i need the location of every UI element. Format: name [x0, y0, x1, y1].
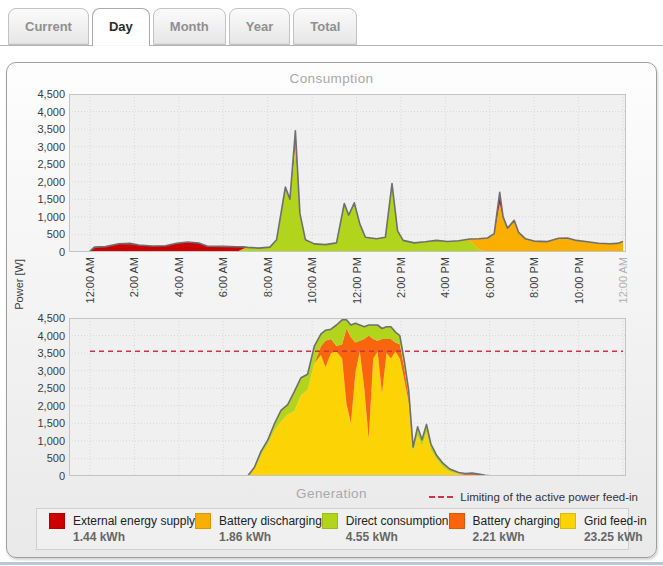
tab-month[interactable]: Month — [153, 8, 226, 45]
legend-item-value: 1.86 kWh — [219, 530, 322, 544]
consumption-title: Consumption — [7, 71, 656, 86]
legend-item-value: 23.25 kWh — [584, 530, 647, 544]
consumption-y-tick: 0 — [21, 246, 65, 258]
x-tick: 2:00 AM — [128, 257, 140, 347]
legend-item-name: Battery charging — [473, 514, 560, 528]
generation-y-tick: 2,000 — [21, 400, 65, 412]
x-tick: 6:00 AM — [217, 257, 229, 347]
consumption-y-tick: 1,000 — [21, 211, 65, 223]
legend-item-value: 2.21 kWh — [473, 530, 560, 544]
legend: External energy supply1.44 kWhBattery di… — [36, 508, 629, 550]
legend-item: Battery charging2.21 kWh — [449, 513, 560, 544]
legend-item: Battery discharging1.86 kWh — [195, 513, 322, 544]
legend-item-name: Grid feed-in — [584, 514, 647, 528]
x-tick: 6:00 PM — [484, 257, 496, 347]
generation-y-tick: 4,500 — [21, 312, 65, 324]
x-tick: 10:00 PM — [573, 257, 585, 347]
x-tick: 2:00 PM — [395, 257, 407, 347]
x-tick: 4:00 AM — [173, 257, 185, 347]
legend-item-value: 1.44 kWh — [73, 530, 195, 544]
x-tick: 4:00 PM — [439, 257, 451, 347]
generation-y-tick: 4,000 — [21, 330, 65, 342]
legend-item: External energy supply1.44 kWh — [49, 513, 195, 544]
consumption-y-tick: 500 — [21, 228, 65, 240]
generation-y-tick: 1,000 — [21, 435, 65, 447]
legend-item-name: External energy supply — [73, 514, 195, 528]
legend-item: Direct consumption4.55 kWh — [322, 513, 449, 544]
x-tick: 12:00 PM — [351, 257, 363, 347]
generation-y-tick: 3,500 — [21, 347, 65, 359]
limit-line-label: Limiting of the active power feed-in — [460, 491, 638, 503]
consumption-y-tick: 2,500 — [21, 158, 65, 170]
battery-discharging-swatch-icon — [195, 513, 211, 529]
limit-dash-icon — [429, 496, 453, 498]
x-tick: 12:00 AM — [617, 257, 629, 347]
x-tick: 10:00 AM — [306, 257, 318, 347]
generation-chart — [69, 318, 626, 476]
generation-y-tick: 500 — [21, 452, 65, 464]
legend-item-value: 4.55 kWh — [346, 530, 449, 544]
limit-line-legend: Limiting of the active power feed-in — [429, 491, 638, 503]
legend-item-name: Battery discharging — [219, 514, 322, 528]
x-tick: 8:00 PM — [528, 257, 540, 347]
tab-total[interactable]: Total — [293, 8, 357, 45]
grid-feed-in-swatch-icon — [560, 513, 576, 529]
consumption-chart — [69, 94, 626, 252]
external-swatch-icon — [49, 513, 65, 529]
generation-y-tick: 3,000 — [21, 365, 65, 377]
generation-y-tick: 0 — [21, 470, 65, 482]
direct-consumption-swatch-icon — [322, 513, 338, 529]
consumption-y-tick: 1,500 — [21, 193, 65, 205]
consumption-y-tick: 3,500 — [21, 123, 65, 135]
tab-year[interactable]: Year — [229, 8, 290, 45]
tab-current[interactable]: Current — [8, 8, 89, 45]
tab-bar: CurrentDayMonthYearTotal — [8, 8, 357, 46]
consumption-y-tick: 3,000 — [21, 141, 65, 153]
consumption-y-tick: 2,000 — [21, 176, 65, 188]
consumption-y-tick: 4,500 — [21, 88, 65, 100]
battery-charging-swatch-icon — [449, 513, 465, 529]
bottom-divider — [0, 562, 663, 565]
legend-item-name: Direct consumption — [346, 514, 449, 528]
consumption-y-tick: 4,000 — [21, 106, 65, 118]
generation-y-tick: 1,500 — [21, 417, 65, 429]
tab-day[interactable]: Day — [92, 8, 150, 46]
main-panel: Consumption Generation Power [W] Limitin… — [6, 62, 657, 558]
generation-y-tick: 2,500 — [21, 382, 65, 394]
x-tick: 8:00 AM — [262, 257, 274, 347]
legend-item: Grid feed-in23.25 kWh — [560, 513, 647, 544]
x-tick: 12:00 AM — [84, 257, 96, 347]
